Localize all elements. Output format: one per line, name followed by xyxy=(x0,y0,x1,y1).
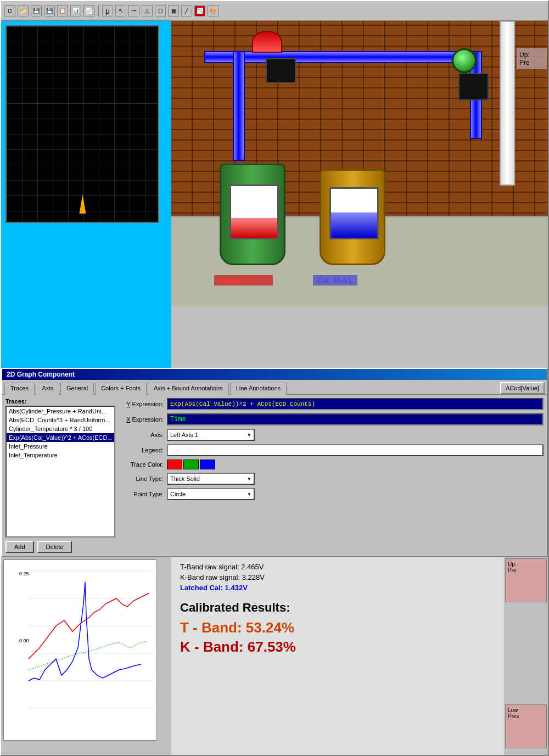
trace-item-5[interactable]: Inlet_Temperature xyxy=(7,451,114,460)
t-band-raw-signal: T-Band raw signal: 2.465V xyxy=(180,563,495,571)
traces-panel: Traces: Abs(Cylinder_Pressure + RandUni.… xyxy=(5,398,121,553)
y-expression-row: Y Expression: Exp(Abs(Cal_Value))^2 + AC… xyxy=(125,398,544,410)
pipe-blue-vertical-left xyxy=(233,51,245,161)
black-box-right xyxy=(458,73,489,100)
chart-icon[interactable]: 📉 xyxy=(194,5,205,16)
t-band-result: T - Band: 53.24% xyxy=(180,619,495,636)
app-window: 🗋 📂 💾 💾 📋 📊 📈 μ ↖ 〜 △ ⬡ ▦ ╱ 📉 🎨 xyxy=(0,0,549,756)
save5-icon[interactable]: 📈 xyxy=(83,5,94,16)
left-panel xyxy=(1,21,171,368)
line-type-label: Line Type: xyxy=(125,475,164,482)
latched-cal-signal: Latched Cal: 1.432V xyxy=(180,584,495,592)
traces-list[interactable]: Abs(Cylinder_Pressure + RandUni... Abs(E… xyxy=(5,406,115,537)
graph-area xyxy=(5,25,159,223)
save3-icon[interactable]: 📋 xyxy=(57,5,68,16)
pipe-white-vertical xyxy=(500,21,515,186)
trace-item-1[interactable]: Abs(ECD_Counts^3 + RandUniform... xyxy=(7,416,114,424)
svg-text:0.00: 0.00 xyxy=(19,638,29,643)
trace-item-4[interactable]: Inlet_Pressure xyxy=(7,442,114,451)
add-trace-button[interactable]: Add xyxy=(5,541,34,553)
pump-black xyxy=(266,58,296,83)
dialog-tabs: Traces Axis General Colors + Fonts Axis … xyxy=(2,380,547,395)
dialog-title-bar: 2D Graph Component xyxy=(2,369,547,380)
new-file-icon[interactable]: 🗋 xyxy=(4,5,15,16)
toolbar-sep1 xyxy=(98,5,99,16)
red-cap xyxy=(252,31,282,53)
point-type-select[interactable]: Circle ▼ xyxy=(167,488,255,500)
x-expression-row: X Expression: Time xyxy=(125,413,544,425)
axis-dropdown-arrow: ▼ xyxy=(247,433,251,438)
tab-traces[interactable]: Traces xyxy=(4,383,35,395)
trace-item-0[interactable]: Abs(Cylinder_Pressure + RandUni... xyxy=(7,407,114,416)
liquid-red xyxy=(231,218,277,238)
color-icon[interactable]: 🎨 xyxy=(208,5,219,16)
curve-icon[interactable]: 〜 xyxy=(128,5,139,16)
graph-dialog: 2D Graph Component Traces Axis General C… xyxy=(1,368,548,557)
sample-label: Sample: 29.2 L xyxy=(214,275,273,285)
tab-axis-bound[interactable]: Axis + Bound Annotations xyxy=(148,383,229,395)
axis-select[interactable]: Left Axis 1 ▼ xyxy=(167,429,255,441)
k-band-result: K - Band: 67.53% xyxy=(180,639,495,656)
trace-color-row: Trace Color: xyxy=(125,460,544,469)
traces-label: Traces: xyxy=(5,398,121,405)
gold-tank xyxy=(320,169,385,265)
legend-row: Legend: xyxy=(125,444,544,456)
arrow-icon[interactable]: ↖ xyxy=(115,5,126,16)
k-band-raw-signal: K-Band raw signal: 3.228V xyxy=(180,573,495,581)
save2-icon[interactable]: 💾 xyxy=(44,5,55,16)
axis-label: Axis: xyxy=(125,432,164,438)
color-swatch-green[interactable] xyxy=(183,460,199,469)
process-viz: Sample: 29.2 L Cal: 55.6 L Up: Pre xyxy=(171,21,548,306)
save1-icon[interactable]: 💾 xyxy=(31,5,42,16)
green-valve-right xyxy=(452,48,477,73)
trace-item-3[interactable]: Exp(Abs(Cal_Value))^2 + ACos(ECD... xyxy=(7,433,114,442)
color-swatch-red[interactable] xyxy=(167,460,182,469)
color-swatches xyxy=(167,460,215,469)
acod-value-button[interactable]: ACod[Value] xyxy=(500,382,545,394)
trace-color-label: Trace Color: xyxy=(125,461,164,468)
edit3-icon[interactable]: ▦ xyxy=(168,5,179,16)
edit2-icon[interactable]: ⬡ xyxy=(155,5,166,16)
mu-icon[interactable]: μ xyxy=(102,5,113,16)
bottom-area: 0.25 0.00 xyxy=(1,557,548,755)
axis-row: Axis: Left Axis 1 ▼ xyxy=(125,429,544,441)
x-expression-label: X Expression: xyxy=(125,416,164,423)
legend-input[interactable] xyxy=(167,444,544,456)
main-area: Sample: 29.2 L Cal: 55.6 L Up: Pre xyxy=(1,21,548,368)
line-icon[interactable]: ╱ xyxy=(181,5,192,16)
trace-item-2[interactable]: Cylinder_Temperature * 3 / 100 xyxy=(7,424,114,433)
save4-icon[interactable]: 📊 xyxy=(70,5,81,16)
line-type-row: Line Type: Thick Solid ▼ xyxy=(125,473,544,485)
x-expression-input[interactable]: Time xyxy=(167,413,544,425)
tab-axis[interactable]: Axis xyxy=(36,383,59,395)
tab-colors-fonts[interactable]: Colors + Fonts xyxy=(95,383,147,395)
mini-graph-svg: 0.25 0.00 xyxy=(4,560,156,740)
line-type-arrow: ▼ xyxy=(247,477,251,481)
bottom-left: 0.25 0.00 xyxy=(1,557,171,755)
y-expression-label: Y Expression: xyxy=(125,401,164,407)
right-sidebar: Up: Pre Low Pres xyxy=(504,557,548,755)
svg-text:0.25: 0.25 xyxy=(19,571,29,576)
point-type-row: Point Type: Circle ▼ xyxy=(125,488,544,500)
up-pre-label: Up: Pre xyxy=(517,48,547,69)
tank-window-green xyxy=(229,184,279,239)
cal-label: Cal: 55.6 L xyxy=(313,275,357,285)
mini-graph: 0.25 0.00 xyxy=(3,559,157,741)
tab-general[interactable]: General xyxy=(60,383,94,395)
right-panel: Sample: 29.2 L Cal: 55.6 L Up: Pre xyxy=(171,21,548,368)
delete-trace-button[interactable]: Delete xyxy=(37,541,72,553)
sidebar-bottom-box: Low Pres xyxy=(505,704,547,748)
legend-label: Legend: xyxy=(125,447,164,453)
tank-window-gold xyxy=(329,187,379,239)
line-type-select[interactable]: Thick Solid ▼ xyxy=(167,473,255,485)
edit1-icon[interactable]: △ xyxy=(142,5,153,16)
pipe-blue-horizontal-top xyxy=(204,51,482,63)
tab-line-annotations[interactable]: Line Annotations xyxy=(230,383,287,395)
graph-grid xyxy=(7,26,158,222)
open-icon[interactable]: 📂 xyxy=(18,5,29,16)
point-type-label: Point Type: xyxy=(125,491,164,497)
bottom-right: T-Band raw signal: 2.465V K-Band raw sig… xyxy=(171,557,504,755)
y-expression-input[interactable]: Exp(Abs(Cal_Value))^2 + ACos(ECD_Counts)… xyxy=(167,398,544,410)
toolbar: 🗋 📂 💾 💾 📋 📊 📈 μ ↖ 〜 △ ⬡ ▦ ╱ 📉 🎨 xyxy=(1,1,548,21)
color-swatch-blue[interactable] xyxy=(200,460,215,469)
